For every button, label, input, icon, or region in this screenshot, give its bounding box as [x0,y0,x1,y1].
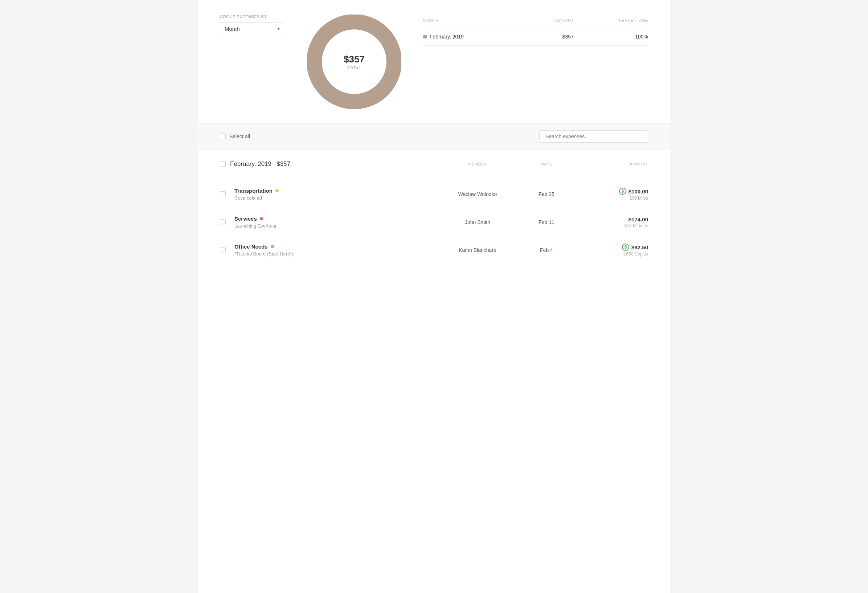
legend-col-amount: AMOUNT [527,18,574,28]
expense-category: Services [235,215,257,222]
expense-date: Feb 25 [517,191,576,197]
col-header-amount: AMOUNT [576,162,648,166]
donut-chart: $357 TOTAL [307,15,402,109]
expense-amount-sub: 1650 Copies [576,251,648,257]
expense-info: Transportation Coca cola ad [235,187,438,201]
expense-checkbox[interactable] [220,247,226,253]
expense-info: Services Launching Everhour [235,215,438,229]
donut-chart-container: $357 TOTAL [307,15,402,109]
expense-category-row: Services [235,215,438,222]
group-by-dropdown[interactable]: Month ▼ [220,22,285,35]
donut-center: $357 TOTAL [344,54,365,70]
col-header-date: DATE [517,162,576,166]
expense-amount-col: $174.00 870 Minutes [576,216,648,228]
legend-month-value: February, 2019 [430,34,464,40]
expense-amount: $82.50 [632,244,648,251]
expense-member: Waclaw Wolodko [438,191,517,197]
group-cols: MEMBER DATE AMOUNT [438,162,648,166]
expense-checkbox[interactable] [220,219,226,225]
group-by-value: Month [224,26,240,32]
dollar-circle-icon: $ [622,243,629,251]
expense-info: Office Needs *Tutorial Board (Start Here… [235,243,438,257]
legend-amount: $357 [527,28,574,46]
legend-percentage: 100% [574,28,648,46]
legend-table: MONTH AMOUNT PERCENTAGE February, 2019 $… [423,18,648,46]
chevron-down-icon: ▼ [277,27,280,31]
select-all-checkbox[interactable] [220,134,226,139]
expenses-section: February, 2019 · $357 MEMBER DATE AMOUNT… [198,149,670,275]
expense-description: Coca cola ad [235,195,438,201]
expense-row: Transportation Coca cola ad Waclaw Wolod… [220,180,648,208]
expense-date: Feb 11 [517,219,576,225]
expense-amount: $174.00 [629,216,648,223]
legend-col-month: MONTH [423,18,527,28]
dollar-circle-icon: $ [619,187,626,195]
group-header-left: February, 2019 · $357 [220,161,290,168]
amount-with-icon: $ $82.50 [576,243,648,251]
group-by-label: GROUP EXPENSES BY [220,15,285,19]
legend-col-percentage: PERCENTAGE [574,18,648,28]
expense-amount-col: $ $82.50 1650 Copies [576,243,648,257]
toolbar: Select all [198,123,670,149]
donut-label: TOTAL [344,66,365,70]
expense-row: Office Needs *Tutorial Board (Start Here… [220,236,648,264]
select-all-group: Select all [220,134,250,139]
expense-rows: Transportation Coca cola ad Waclaw Wolod… [220,180,648,264]
legend-row: February, 2019 $357 100% [423,28,648,46]
expense-member: John Smith [438,219,517,225]
chart-section: GROUP EXPENSES BY Month ▼ $357 TOTAL [198,0,670,123]
expense-checkbox[interactable] [220,191,226,197]
expense-amount-sub: 200 Miles [576,196,648,201]
chart-legend: MONTH AMOUNT PERCENTAGE February, 2019 $… [423,15,648,46]
expense-category: Transportation [235,187,273,194]
group-by-panel: GROUP EXPENSES BY Month ▼ [220,15,285,35]
expense-amount-col: $ $100.00 200 Miles [576,187,648,201]
expense-member: Katrin Blanchare [438,247,517,253]
expense-category: Office Needs [235,243,268,250]
expense-row: Services Launching Everhour John Smith F… [220,208,648,236]
expense-date: Feb 4 [517,247,576,253]
expense-category-row: Transportation [235,187,438,194]
group-header: February, 2019 · $357 MEMBER DATE AMOUNT [220,161,648,173]
category-dot [260,217,263,220]
amount-with-icon: $ $100.00 [576,187,648,195]
expense-amount: $100.00 [629,188,648,195]
expense-description: *Tutorial Board (Start Here!) [235,251,438,257]
legend-month-cell: February, 2019 [423,28,527,46]
expense-description: Launching Everhour [235,223,438,229]
category-dot [271,245,274,248]
expense-amount-sub: 870 Minutes [576,223,648,228]
select-all-label: Select all [229,134,250,139]
search-input[interactable] [539,130,648,143]
donut-amount: $357 [344,54,365,65]
legend-dot [423,35,427,38]
col-header-member: MEMBER [438,162,517,166]
group-title: February, 2019 · $357 [230,161,290,168]
expense-category-row: Office Needs [235,243,438,250]
group-checkbox[interactable] [220,161,226,167]
category-dot [275,189,279,192]
